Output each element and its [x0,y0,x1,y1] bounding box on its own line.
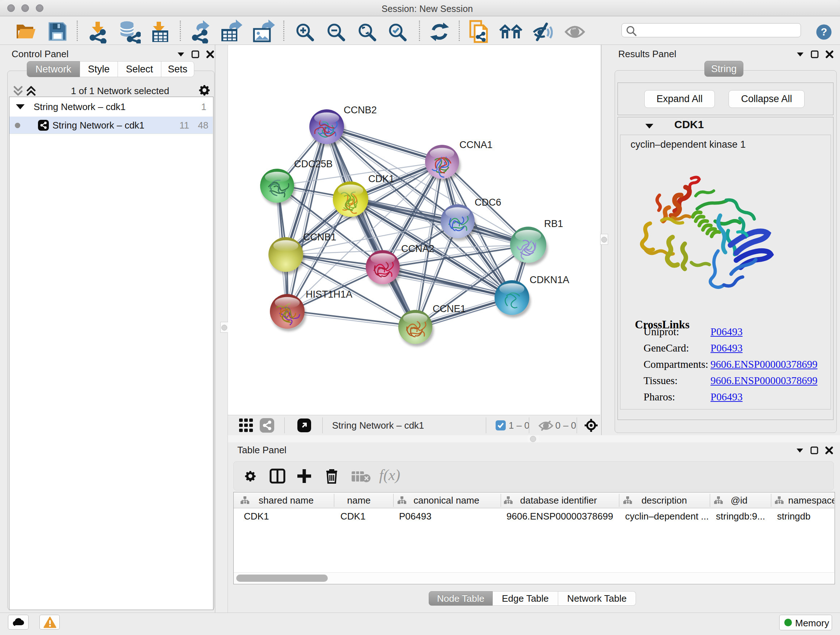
svg-text:CCNB2: CCNB2 [344,105,377,116]
svg-text:CDC6: CDC6 [475,197,501,208]
svg-text:?: ? [821,26,827,38]
svg-text:CCNA2: CCNA2 [401,243,434,254]
svg-text:CCNB1: CCNB1 [303,232,336,242]
svg-text:RB1: RB1 [544,218,563,229]
svg-text:CCNE1: CCNE1 [433,303,466,314]
svg-text:CDC25B: CDC25B [294,158,333,169]
svg-text:CDK1: CDK1 [368,173,394,184]
svg-text:HIST1H1A: HIST1H1A [306,289,352,300]
svg-text:CDKN1A: CDKN1A [530,274,569,285]
svg-text:CCNA1: CCNA1 [459,139,493,150]
